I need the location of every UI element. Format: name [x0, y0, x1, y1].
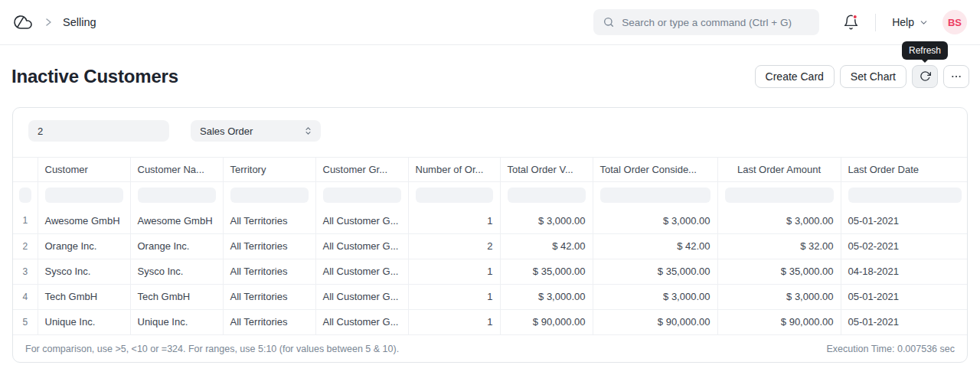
- cell-total-order-value[interactable]: $ 42.00: [500, 233, 593, 259]
- refresh-button[interactable]: [912, 65, 938, 88]
- filter-input-total-order-value[interactable]: [508, 188, 586, 203]
- cell-customer-group[interactable]: All Customer G...: [315, 284, 408, 309]
- table-row: 3Sysco Inc.Sysco Inc.All TerritoriesAll …: [13, 259, 968, 284]
- set-chart-button[interactable]: Set Chart: [840, 65, 906, 88]
- cell-customer-group[interactable]: All Customer G...: [315, 309, 408, 334]
- query-controls: Sales Order: [13, 108, 967, 157]
- cell-number-of-orders[interactable]: 1: [408, 208, 500, 233]
- more-options-button[interactable]: [943, 65, 969, 88]
- row-number: 1: [13, 208, 38, 233]
- table-filter-row: [13, 181, 968, 208]
- query-param-input[interactable]: [28, 120, 169, 142]
- filter-input-territory[interactable]: [230, 188, 309, 203]
- global-search[interactable]: [593, 9, 819, 35]
- cell-last-order-amount[interactable]: $ 90,000.00: [717, 309, 841, 334]
- row-number: 5: [13, 309, 38, 334]
- cell-total-order-value[interactable]: $ 35,000.00: [500, 259, 593, 284]
- cell-territory[interactable]: All Territories: [223, 309, 315, 334]
- cell-customer-name[interactable]: Unique Inc.: [130, 309, 223, 334]
- table-row: 2Orange Inc.Orange Inc.All TerritoriesAl…: [13, 233, 968, 259]
- cell-customer-group[interactable]: All Customer G...: [315, 233, 408, 259]
- navbar: Selling Help BS: [0, 0, 980, 45]
- cell-customer[interactable]: Tech GmbH: [38, 284, 130, 309]
- filter-input-customer-name[interactable]: [138, 188, 216, 203]
- col-header-total-order-considered[interactable]: Total Order Conside...: [593, 158, 717, 181]
- notification-dot: [853, 15, 857, 18]
- col-header-total-order-value[interactable]: Total Order V...: [500, 158, 593, 181]
- bell-icon: [843, 14, 859, 31]
- cell-customer-group[interactable]: All Customer G...: [315, 259, 408, 284]
- cell-total-order-considered[interactable]: $ 3,000.00: [593, 284, 717, 309]
- cell-total-order-considered[interactable]: $ 35,000.00: [593, 259, 717, 284]
- col-header-customer-name[interactable]: Customer Na...: [130, 158, 223, 181]
- cell-total-order-considered[interactable]: $ 3,000.00: [593, 208, 717, 233]
- app-logo[interactable]: [12, 13, 34, 31]
- cell-customer-name[interactable]: Tech GmbH: [130, 284, 223, 309]
- cell-number-of-orders[interactable]: 1: [408, 259, 500, 284]
- col-header-last-order-amount[interactable]: Last Order Amount: [717, 158, 841, 181]
- chevron-up-down-icon: [303, 126, 313, 136]
- doctype-select[interactable]: Sales Order: [191, 120, 321, 142]
- cell-territory[interactable]: All Territories: [223, 208, 315, 233]
- cell-last-order-amount[interactable]: $ 32.00: [717, 233, 841, 259]
- help-menu[interactable]: Help: [892, 16, 929, 28]
- cell-customer-name[interactable]: Awesome GmbH: [130, 208, 223, 233]
- col-header-number-of-orders[interactable]: Number of Or...: [408, 158, 500, 181]
- breadcrumb: Selling: [12, 13, 96, 31]
- cell-customer[interactable]: Orange Inc.: [38, 233, 130, 259]
- cell-last-order-amount[interactable]: $ 3,000.00: [717, 208, 841, 233]
- cell-last-order-date[interactable]: 05-01-2021: [841, 284, 968, 309]
- cell-number-of-orders[interactable]: 1: [408, 309, 500, 334]
- col-header-territory[interactable]: Territory: [223, 158, 315, 181]
- cell-number-of-orders[interactable]: 2: [408, 233, 500, 259]
- cell-territory[interactable]: All Territories: [223, 259, 315, 284]
- cell-customer[interactable]: Unique Inc.: [38, 309, 130, 334]
- filter-input-total-order-considered[interactable]: [600, 188, 710, 203]
- cell-territory[interactable]: All Territories: [223, 284, 315, 309]
- cell-customer-name[interactable]: Sysco Inc.: [130, 259, 223, 284]
- filter-input-last-order-date[interactable]: [848, 188, 962, 203]
- filter-input-customer[interactable]: [45, 188, 123, 203]
- search-input[interactable]: [622, 17, 810, 28]
- cell-customer-name[interactable]: Orange Inc.: [130, 233, 223, 259]
- cell-number-of-orders[interactable]: 1: [408, 284, 500, 309]
- cell-total-order-considered[interactable]: $ 42.00: [593, 233, 717, 259]
- cell-territory[interactable]: All Territories: [223, 233, 315, 259]
- filter-input-row-number[interactable]: [19, 188, 31, 203]
- page-header: Inactive Customers Create Card Set Chart…: [0, 45, 980, 107]
- row-number: 3: [13, 259, 38, 284]
- result-table: CustomerCustomer Na...TerritoryCustomer …: [13, 157, 967, 334]
- cell-customer[interactable]: Sysco Inc.: [38, 259, 130, 284]
- filter-input-number-of-orders[interactable]: [416, 188, 493, 203]
- cell-last-order-date[interactable]: 05-02-2021: [841, 233, 968, 259]
- row-number: 2: [13, 233, 38, 259]
- cell-total-order-value[interactable]: $ 3,000.00: [500, 284, 593, 309]
- page-title: Inactive Customers: [11, 66, 178, 87]
- row-number: 4: [13, 284, 38, 309]
- col-header-last-order-date[interactable]: Last Order Date: [841, 158, 968, 181]
- cell-total-order-value[interactable]: $ 90,000.00: [500, 309, 593, 334]
- cell-total-order-value[interactable]: $ 3,000.00: [500, 208, 593, 233]
- cell-last-order-date[interactable]: 04-18-2021: [841, 259, 968, 284]
- table-body: 1Awesome GmbHAwesome GmbHAll Territories…: [13, 208, 968, 334]
- create-card-button[interactable]: Create Card: [755, 65, 835, 88]
- breadcrumb-item-selling[interactable]: Selling: [63, 16, 96, 28]
- cell-customer[interactable]: Awesome GmbH: [38, 208, 130, 233]
- cell-customer-group[interactable]: All Customer G...: [315, 208, 408, 233]
- page-actions: Create Card Set Chart Refresh: [755, 65, 969, 88]
- col-header-customer[interactable]: Customer: [38, 158, 130, 181]
- search-icon: [603, 16, 615, 28]
- cell-last-order-amount[interactable]: $ 35,000.00: [717, 259, 841, 284]
- filter-input-last-order-amount[interactable]: [725, 188, 834, 203]
- cell-last-order-date[interactable]: 05-01-2021: [841, 309, 968, 334]
- doctype-select-value: Sales Order: [200, 126, 253, 137]
- notifications-button[interactable]: [843, 14, 859, 31]
- col-header-row-number: [13, 158, 38, 181]
- filter-input-customer-group[interactable]: [323, 188, 401, 203]
- table-row: 5Unique Inc.Unique Inc.All TerritoriesAl…: [13, 309, 968, 334]
- cell-last-order-amount[interactable]: $ 3,000.00: [717, 284, 841, 309]
- cell-total-order-considered[interactable]: $ 90,000.00: [593, 309, 717, 334]
- avatar[interactable]: BS: [942, 10, 967, 34]
- cell-last-order-date[interactable]: 05-01-2021: [841, 208, 968, 233]
- col-header-customer-group[interactable]: Customer Gr...: [315, 158, 408, 181]
